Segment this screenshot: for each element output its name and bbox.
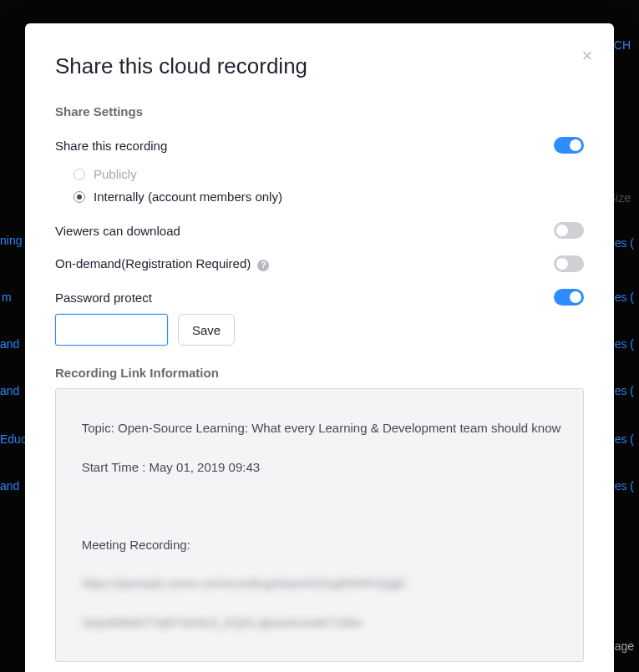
password-input[interactable] [55,314,168,346]
viewers-download-row: Viewers can download [55,222,584,239]
bg-and-3: and [0,479,19,493]
share-recording-toggle[interactable] [554,137,584,154]
bg-es-5: es ( [615,432,634,446]
bg-educ: Educ [0,432,27,446]
bg-es-4: es ( [615,384,634,397]
share-recording-modal: × Share this cloud recording Share Setti… [25,23,614,672]
viewers-download-toggle[interactable] [554,222,584,239]
link-url-line-2: 3xqxMWa977q8YSeNc0_KQXLqbaseIumeKTzMw [82,615,362,629]
help-icon[interactable]: ? [257,260,269,271]
radio-internally[interactable]: Internally (account members only) [74,189,584,204]
bg-age: age [615,639,634,653]
radio-internally-label: Internally (account members only) [94,189,282,204]
bg-es-3: es ( [615,337,634,351]
bg-and-2: and [0,384,19,397]
bg-es-1: es ( [615,236,634,250]
password-protect-toggle[interactable] [554,289,584,306]
link-start-label: Start Time : [82,460,146,474]
bg-m: m [2,291,12,304]
link-topic: Open-Source Learning: What every Learnin… [118,421,560,435]
on-demand-row: On-demand(Registration Required) ? [55,255,584,272]
bg-and-1: and [0,337,19,351]
link-start-time: May 01, 2019 09:43 [150,460,261,474]
share-settings-heading: Share Settings [55,104,584,119]
radio-circle-icon [74,191,85,203]
close-icon[interactable]: × [577,47,597,67]
link-meeting-recording-label: Meeting Recording: [82,538,190,552]
on-demand-label-text: On-demand(Registration Required) [55,256,251,270]
radio-publicly-label: Publicly [94,167,137,181]
viewers-download-label: Viewers can download [55,224,180,238]
on-demand-label: On-demand(Registration Required) ? [55,256,269,271]
share-recording-row: Share this recording [55,137,584,154]
password-protect-label: Password protect [55,291,152,305]
recording-link-textarea[interactable]: Topic: Open-Source Learning: What every … [55,388,584,662]
radio-publicly[interactable]: Publicly [74,167,584,181]
save-password-button[interactable]: Save [178,314,235,346]
share-recording-label: Share this recording [55,139,167,153]
bg-ning: ning [0,234,22,247]
password-input-row: Save [55,314,584,346]
bg-es-2: es ( [615,291,634,304]
password-protect-row: Password protect [55,289,584,306]
bg-es-6: es ( [615,479,634,493]
modal-title: Share this cloud recording [55,53,584,79]
link-topic-label: Topic: [82,421,114,435]
link-url-line-1: https://panopto.zoom.us/recording/share/… [82,576,409,590]
radio-circle-icon [74,169,85,180]
share-scope-radio-group: Publicly Internally (account members onl… [74,167,584,204]
on-demand-toggle[interactable] [554,255,584,272]
link-info-heading: Recording Link Information [55,366,584,380]
